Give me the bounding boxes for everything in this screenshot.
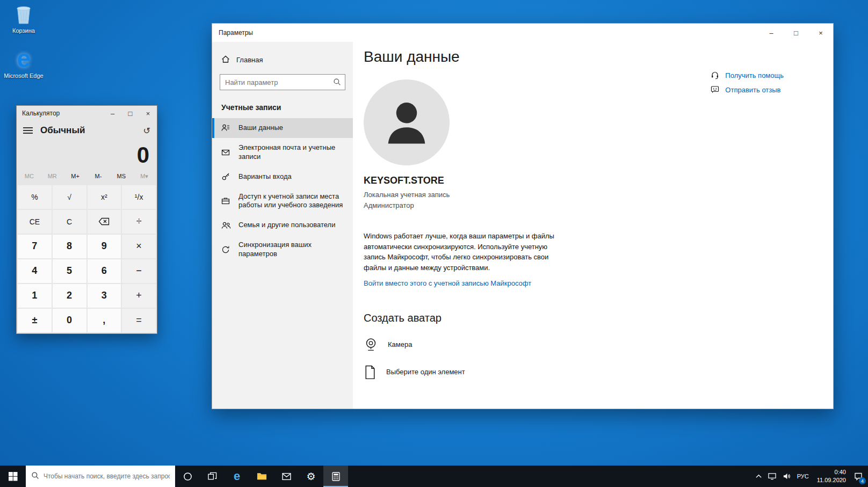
memory-store-button[interactable]: MS — [110, 173, 133, 180]
search-icon — [333, 78, 341, 88]
mail-button[interactable] — [274, 466, 299, 487]
backspace-key[interactable] — [88, 210, 121, 234]
subtract-key[interactable]: − — [122, 259, 156, 283]
action-center-button[interactable]: 4 — [851, 466, 868, 487]
memory-clear-button[interactable]: MC — [18, 173, 41, 180]
speaker-icon — [783, 473, 791, 480]
send-feedback-link[interactable]: Отправить отзыв — [711, 85, 784, 94]
plus-minus-key[interactable]: ± — [18, 309, 52, 332]
decimal-key[interactable]: , — [88, 309, 121, 332]
digit-4-key[interactable]: 4 — [18, 259, 52, 283]
taskbar-search-box[interactable] — [26, 466, 175, 487]
sidebar-item-sign-in-options[interactable]: Варианты входа — [212, 167, 353, 187]
sidebar-item-work-school-access[interactable]: Доступ к учетной записи места работы или… — [212, 187, 353, 216]
digit-0-key[interactable]: 0 — [53, 309, 86, 332]
digit-8-key[interactable]: 8 — [53, 235, 86, 258]
close-button[interactable]: × — [808, 24, 833, 42]
calculator-window-title: Калькулятор — [22, 110, 104, 117]
briefcase-icon — [221, 197, 231, 205]
settings-search-input[interactable] — [220, 74, 345, 90]
divide-key[interactable]: ÷ — [122, 210, 156, 234]
memory-subtract-button[interactable]: M- — [86, 173, 110, 180]
volume-tray-button[interactable] — [779, 466, 794, 487]
square-key[interactable]: x² — [88, 185, 121, 209]
get-help-link[interactable]: Получить помощь — [711, 71, 784, 79]
calculator-icon — [332, 472, 340, 481]
file-icon — [364, 365, 377, 379]
digit-3-key[interactable]: 3 — [88, 284, 121, 308]
account-role: Администратор — [364, 200, 833, 211]
sidebar-item-family-other-users[interactable]: Семья и другие пользователи — [212, 215, 353, 235]
webcam-icon — [364, 337, 378, 352]
edge-icon: e — [17, 46, 31, 71]
close-button[interactable]: × — [139, 106, 157, 121]
avatar — [364, 79, 450, 165]
digit-5-key[interactable]: 5 — [53, 259, 86, 283]
maximize-button[interactable]: □ — [121, 106, 139, 121]
clock-date: 11.09.2020 — [817, 476, 846, 484]
taskbar-search-input[interactable] — [44, 473, 170, 480]
square-root-key[interactable]: √ — [53, 185, 86, 209]
camera-option[interactable]: Камера — [364, 337, 503, 352]
gear-icon: ⚙ — [306, 471, 315, 482]
sign-in-microsoft-link[interactable]: Войти вместо этого с учетной записью Май… — [364, 279, 531, 287]
headset-icon — [711, 71, 719, 79]
digit-9-key[interactable]: 9 — [88, 235, 121, 258]
digit-2-key[interactable]: 2 — [53, 284, 86, 308]
add-key[interactable]: + — [122, 284, 156, 308]
task-view-icon — [208, 472, 217, 481]
settings-search-box — [220, 74, 345, 90]
sidebar-home-label: Главная — [236, 56, 263, 64]
desktop-icon-label: Microsoft Edge — [4, 72, 43, 79]
equals-key[interactable]: = — [122, 309, 156, 332]
desktop-icon-recycle-bin[interactable]: Корзина — [3, 4, 44, 34]
minimize-button[interactable]: – — [104, 106, 121, 121]
cortana-button[interactable] — [175, 466, 200, 487]
clock[interactable]: 0:40 11.09.2020 — [812, 466, 851, 487]
maximize-button[interactable]: □ — [784, 24, 808, 42]
tray-expand-button[interactable] — [753, 466, 765, 487]
memory-list-button[interactable]: M▾ — [133, 173, 156, 180]
settings-taskbar-button[interactable]: ⚙ — [299, 466, 323, 487]
language-indicator[interactable]: РУС — [794, 466, 812, 487]
menu-icon[interactable] — [23, 127, 33, 134]
sidebar-item-your-info[interactable]: Ваши данные — [212, 118, 353, 138]
sync-icon — [221, 245, 231, 254]
calculator-window: Калькулятор – □ × Обычный ↺ 0 MC MR M+ M… — [16, 105, 157, 334]
clear-key[interactable]: C — [53, 210, 86, 234]
memory-recall-button[interactable]: MR — [41, 173, 64, 180]
digit-6-key[interactable]: 6 — [88, 259, 121, 283]
multiply-key[interactable]: × — [122, 235, 156, 258]
clear-entry-key[interactable]: CE — [18, 210, 52, 234]
person-card-icon — [221, 123, 231, 132]
network-tray-button[interactable] — [765, 466, 779, 487]
minimize-button[interactable]: – — [759, 24, 784, 42]
edge-taskbar-button[interactable]: e — [225, 466, 249, 487]
browse-file-option[interactable]: Выберите один элемент — [364, 365, 503, 379]
percent-key[interactable]: % — [18, 185, 52, 209]
sidebar-item-label: Варианты входа — [238, 172, 292, 181]
sidebar-item-sync-settings[interactable]: Синхронизация ваших параметров — [212, 235, 353, 264]
feedback-icon — [711, 85, 719, 94]
digit-1-key[interactable]: 1 — [18, 284, 52, 308]
desktop-icon-label: Корзина — [12, 27, 35, 34]
get-help-label: Получить помощь — [725, 71, 784, 79]
digit-7-key[interactable]: 7 — [18, 235, 52, 258]
task-view-button[interactable] — [200, 466, 225, 487]
sidebar-item-home[interactable]: Главная — [212, 50, 353, 69]
taskbar: e ⚙ РУС 0:40 11.09.2020 — [0, 466, 868, 487]
history-icon[interactable]: ↺ — [143, 126, 150, 136]
file-explorer-button[interactable] — [249, 466, 274, 487]
reciprocal-key[interactable]: ¹/x — [122, 185, 156, 209]
desktop-icon-microsoft-edge[interactable]: e Microsoft Edge — [3, 46, 44, 79]
account-name: KEYSOFT.STORE — [364, 175, 833, 186]
people-icon — [221, 221, 231, 230]
memory-add-button[interactable]: M+ — [64, 173, 87, 180]
settings-sidebar: Главная Учетные записи Ваши данные — [212, 42, 353, 409]
calculator-display: 0 — [17, 140, 157, 170]
start-button[interactable] — [0, 466, 26, 487]
sidebar-item-label: Ваши данные — [238, 123, 283, 133]
sidebar-item-email-accounts[interactable]: Электронная почта и учетные записи — [212, 138, 353, 167]
calculator-taskbar-button[interactable] — [323, 466, 348, 487]
edge-icon: e — [234, 470, 240, 482]
